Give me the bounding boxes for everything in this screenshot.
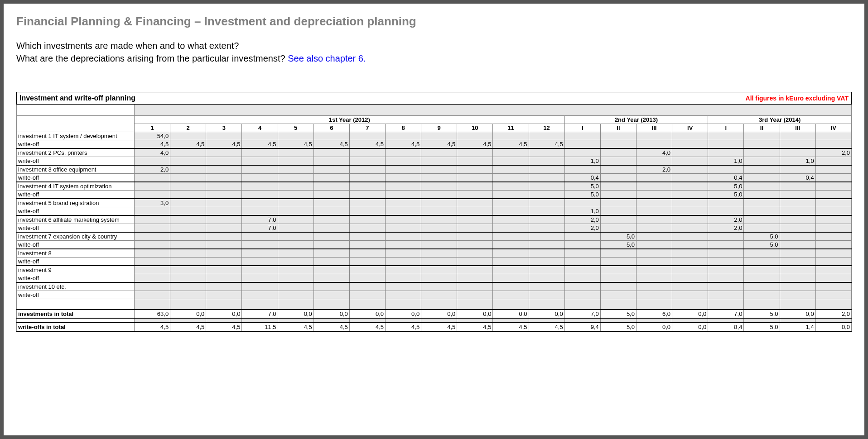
data-cell bbox=[421, 215, 457, 224]
year-2-header: 2nd Year (2013) bbox=[564, 115, 708, 124]
data-cell bbox=[421, 157, 457, 165]
intro-line-1: Which investments are made when and to w… bbox=[16, 41, 239, 51]
data-cell bbox=[493, 274, 529, 282]
data-cell bbox=[206, 274, 242, 282]
totals-cell: 0,0 bbox=[170, 310, 206, 318]
data-cell bbox=[135, 215, 170, 224]
totals-cell: 5,0 bbox=[744, 310, 780, 318]
data-cell bbox=[170, 257, 206, 266]
data-cell bbox=[206, 132, 242, 140]
data-cell bbox=[242, 165, 278, 174]
data-cell bbox=[385, 274, 421, 282]
data-cell bbox=[206, 215, 242, 224]
totals-cell: 4,5 bbox=[206, 323, 242, 331]
totals-cell: 0,0 bbox=[278, 310, 313, 318]
col-header-6: 6 bbox=[313, 124, 349, 132]
data-cell: 4,5 bbox=[278, 140, 313, 148]
data-cell bbox=[744, 257, 780, 266]
data-cell bbox=[708, 132, 744, 140]
totals-cell: 0,0 bbox=[780, 310, 815, 318]
table-row: write-off1,0 bbox=[17, 207, 852, 215]
data-cell bbox=[708, 207, 744, 215]
planning-table-wrap: Investment and write-off planning All fi… bbox=[16, 92, 852, 332]
data-cell bbox=[672, 190, 708, 199]
totals-cell: 4,5 bbox=[313, 323, 349, 331]
data-cell bbox=[349, 157, 385, 165]
spacer-row bbox=[17, 299, 852, 310]
data-cell: 2,0 bbox=[708, 224, 744, 232]
data-cell bbox=[529, 274, 564, 282]
totals-cell: 0,0 bbox=[385, 310, 421, 318]
data-cell bbox=[600, 190, 636, 199]
col-header-4: 4 bbox=[242, 124, 278, 132]
data-cell bbox=[708, 257, 744, 266]
data-cell bbox=[529, 207, 564, 215]
data-cell bbox=[457, 274, 493, 282]
totals-row: write-offs in total4,54,54,511,54,54,54,… bbox=[17, 323, 852, 331]
data-cell bbox=[206, 249, 242, 258]
totals-cell: 0,0 bbox=[672, 323, 708, 331]
data-cell bbox=[493, 266, 529, 274]
data-cell bbox=[780, 140, 815, 148]
data-cell bbox=[170, 240, 206, 249]
table-row: write-off0,40,40,4 bbox=[17, 173, 852, 182]
data-cell bbox=[493, 232, 529, 241]
data-cell bbox=[600, 207, 636, 215]
data-cell: 5,0 bbox=[744, 232, 780, 241]
data-cell bbox=[421, 257, 457, 266]
data-cell bbox=[708, 240, 744, 249]
data-cell bbox=[206, 266, 242, 274]
col-header-III: III bbox=[636, 124, 672, 132]
table-row: investment 3 office equipment2,02,0 bbox=[17, 165, 852, 174]
row-label: write-off bbox=[17, 207, 135, 215]
data-cell bbox=[170, 274, 206, 282]
data-cell bbox=[708, 140, 744, 148]
data-cell bbox=[780, 266, 815, 274]
row-label: write-off bbox=[17, 291, 135, 299]
data-cell bbox=[206, 291, 242, 299]
data-cell bbox=[278, 274, 313, 282]
data-cell bbox=[421, 249, 457, 258]
data-cell bbox=[636, 199, 672, 207]
chapter-link[interactable]: See also chapter 6. bbox=[288, 53, 366, 63]
data-cell bbox=[313, 215, 349, 224]
data-cell bbox=[672, 199, 708, 207]
data-cell bbox=[780, 232, 815, 241]
data-cell bbox=[457, 282, 493, 291]
data-cell bbox=[135, 173, 170, 182]
data-cell bbox=[349, 165, 385, 174]
data-cell bbox=[493, 215, 529, 224]
data-cell bbox=[529, 199, 564, 207]
data-cell bbox=[672, 282, 708, 291]
data-cell bbox=[815, 249, 851, 258]
page-title: Financial Planning & Financing – Investm… bbox=[16, 14, 852, 29]
col-header-3: 3 bbox=[206, 124, 242, 132]
data-cell bbox=[278, 190, 313, 199]
data-cell bbox=[278, 224, 313, 232]
data-cell bbox=[242, 199, 278, 207]
data-cell bbox=[421, 266, 457, 274]
totals-cell: 0,0 bbox=[349, 310, 385, 318]
row-label: write-off bbox=[17, 224, 135, 232]
data-cell bbox=[600, 291, 636, 299]
data-cell bbox=[636, 207, 672, 215]
data-cell bbox=[815, 173, 851, 182]
totals-label: write-offs in total bbox=[17, 323, 135, 331]
data-cell bbox=[564, 274, 600, 282]
data-cell bbox=[815, 182, 851, 191]
data-cell bbox=[313, 274, 349, 282]
data-cell bbox=[421, 132, 457, 140]
row-label: write-off bbox=[17, 157, 135, 165]
data-cell bbox=[744, 148, 780, 157]
col-header-III: III bbox=[780, 124, 815, 132]
data-cell bbox=[206, 240, 242, 249]
data-cell bbox=[815, 291, 851, 299]
data-cell: 4,5 bbox=[206, 140, 242, 148]
data-cell bbox=[744, 282, 780, 291]
data-cell bbox=[780, 249, 815, 258]
data-cell bbox=[313, 257, 349, 266]
data-cell: 1,0 bbox=[708, 157, 744, 165]
data-cell bbox=[672, 173, 708, 182]
data-cell bbox=[313, 266, 349, 274]
data-cell bbox=[135, 232, 170, 241]
